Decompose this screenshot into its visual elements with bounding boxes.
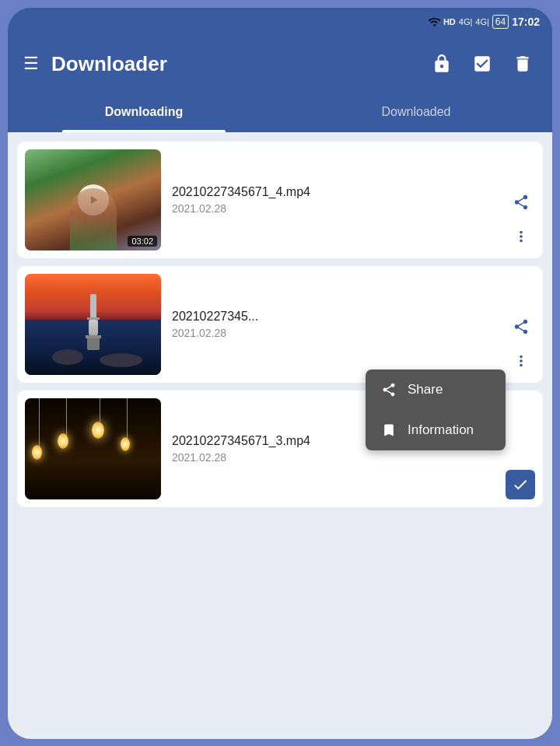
check-square-icon	[472, 54, 492, 74]
bulb-2	[92, 422, 104, 439]
more-icon-2	[513, 352, 530, 369]
hd-badge: HD	[443, 17, 456, 26]
tab-downloaded[interactable]: Downloaded	[280, 92, 552, 132]
thumbnail-1: 03:02	[25, 149, 161, 250]
bulb-3	[121, 437, 130, 451]
thumbnail-3	[25, 398, 161, 499]
share-icon-1	[513, 194, 530, 211]
cord-1	[66, 398, 67, 437]
context-menu: Share Information	[366, 369, 506, 450]
dark-bg	[25, 398, 161, 499]
wifi-icon	[428, 16, 440, 28]
thumbnail-2	[25, 274, 161, 375]
check-button-3[interactable]	[506, 470, 535, 499]
cord-3	[127, 398, 128, 441]
cord-4	[39, 398, 40, 449]
context-menu-share[interactable]: Share	[366, 369, 506, 410]
rock-1	[52, 349, 83, 365]
check-icon-3	[512, 476, 529, 493]
thumb-bg-bulbs	[25, 398, 161, 499]
status-bar: HD 4G| 4G| 64 17:02	[8, 8, 552, 36]
header-actions	[428, 50, 537, 78]
share-button-2[interactable]	[507, 313, 535, 341]
bookmark-menu-icon	[381, 422, 397, 438]
signal-4g-2: 4G|	[475, 17, 489, 26]
file-name-2: 20210227345...	[172, 310, 496, 324]
file-name-1: 20210227345671_4.mp4	[172, 185, 496, 199]
file-date-3: 2021.02.28	[172, 451, 495, 464]
file-item-1: 03:02 20210227345671_4.mp4 2021.02.28	[17, 142, 543, 258]
file-date-1: 2021.02.28	[172, 202, 496, 215]
file-date-2: 2021.02.28	[172, 327, 496, 339]
more-button-1[interactable]	[507, 222, 535, 250]
file-item-2: 20210227345... 2021.02.28	[17, 266, 543, 383]
clock: 17:02	[512, 16, 540, 28]
more-icon-1	[513, 228, 530, 245]
file-info-2: 20210227345... 2021.02.28	[172, 310, 496, 339]
menu-button[interactable]: ☰	[23, 54, 39, 74]
share-button-1[interactable]	[507, 188, 535, 216]
battery-indicator: 64	[492, 15, 509, 29]
app-title: Downloader	[51, 52, 415, 76]
context-menu-information[interactable]: Information	[366, 410, 506, 450]
signal-4g-1: 4G|	[459, 17, 473, 26]
duration-badge-1: 03:02	[128, 236, 157, 247]
file-list: 03:02 20210227345671_4.mp4 2021.02.28	[8, 132, 552, 739]
thumb-bg-lighthouse	[25, 274, 161, 375]
delete-button[interactable]	[509, 50, 537, 78]
more-button-2[interactable]	[507, 347, 535, 375]
share-menu-icon	[381, 382, 397, 398]
tab-downloading[interactable]: Downloading	[8, 92, 280, 132]
file-actions-1	[507, 149, 535, 250]
tab-bar: Downloading Downloaded	[8, 92, 552, 132]
file-actions-2	[507, 274, 535, 375]
bulb-4	[32, 445, 42, 460]
lighthouse-shape	[86, 294, 101, 350]
bulb-1	[58, 433, 68, 449]
trash-icon	[513, 54, 533, 74]
information-label: Information	[408, 422, 474, 438]
thumb-bg-girl: 03:02	[25, 149, 161, 250]
app-header: ☰ Downloader	[8, 36, 552, 92]
share-icon-2	[513, 318, 530, 335]
thumb-image-girl: 03:02	[25, 149, 161, 250]
person-silhouette	[70, 188, 117, 250]
lock-button[interactable]	[428, 50, 456, 78]
share-label: Share	[408, 382, 443, 398]
file-info-1: 20210227345671_4.mp4 2021.02.28	[172, 185, 496, 215]
lock-icon	[432, 54, 452, 74]
rock-2	[100, 353, 142, 367]
status-icons: HD 4G| 4G| 64 17:02	[428, 15, 540, 29]
file-actions-3	[506, 398, 535, 499]
select-button[interactable]	[468, 50, 496, 78]
